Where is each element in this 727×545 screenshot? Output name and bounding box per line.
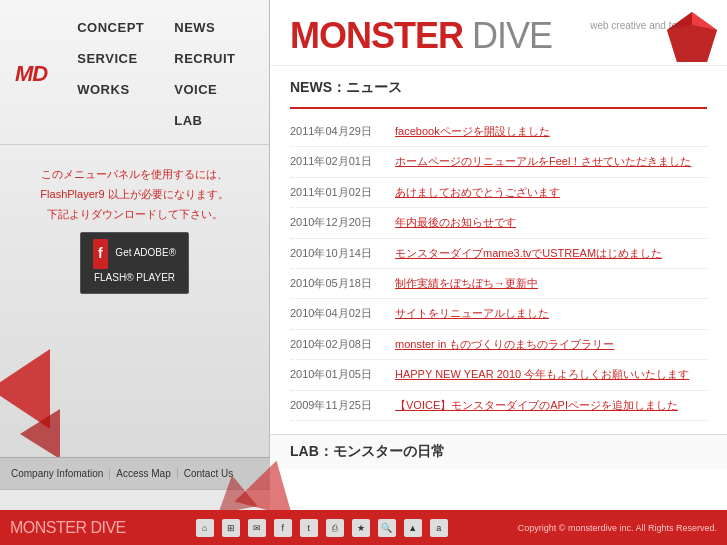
header-area: MONSTER DIVE web creative and techno... [270, 0, 727, 66]
news-item-0: 2011年04月29日 facebookページを開設しました [290, 117, 707, 147]
bottom-bar-logo: MONSTER DIVE [10, 519, 126, 537]
news-date-3: 2010年12月20日 [290, 215, 395, 230]
nav-voice[interactable]: VOICE [159, 74, 254, 105]
nav-concept[interactable]: CONCEPT [62, 12, 159, 43]
company-info-link[interactable]: Company Infomation [5, 468, 110, 479]
bottom-logo-monster: MONSTER [10, 519, 87, 536]
twitter-icon[interactable]: t [300, 519, 318, 537]
news-date-9: 2009年11月25日 [290, 398, 395, 413]
news-date-6: 2010年04月02日 [290, 306, 395, 321]
news-link-4[interactable]: モンスターダイブmame3.tvでUSTREAMはじめました [395, 246, 662, 261]
bookmark-icon[interactable]: ★ [352, 519, 370, 537]
news-item-7: 2010年02月08日 monster in ものづくりのまちのライブラリー [290, 330, 707, 360]
bottom-logo-dive: DIVE [87, 519, 126, 536]
news-item-5: 2010年05月18日 制作実績をぼちぼち→更新中 [290, 269, 707, 299]
logo-md: MD [15, 61, 47, 87]
news-item-1: 2011年02月01日 ホームページのリニューアルをFeel！させていただきまし… [290, 147, 707, 177]
search-icon[interactable]: 🔍 [378, 519, 396, 537]
main-decorative-triangle-2 [212, 472, 257, 513]
left-panel: MD CONCEPT NEWS SERVICE RECRUIT WORKS VO… [0, 0, 270, 490]
news-item-2: 2011年01月02日 あけましておめでとうございます [290, 178, 707, 208]
nav-lab[interactable]: LAB [159, 105, 254, 136]
main-content: MONSTER DIVE web creative and techno... … [270, 0, 727, 510]
news-item-9: 2009年11月25日 【VOICE】モンスターダイブのAPIページを追加しまし… [290, 391, 707, 421]
news-date-5: 2010年05月18日 [290, 276, 395, 291]
news-item-8: 2010年01月05日 HAPPY NEW YEAR 2010 今年もよろしくお… [290, 360, 707, 390]
flash-text-3: 下記よりダウンロードして下さい。 [15, 205, 254, 225]
news-link-9[interactable]: 【VOICE】モンスターダイブのAPIページを追加しました [395, 398, 678, 413]
flash-notice: このメニューパネルを使用するには、 FlashPlayer9 以上が必要になりま… [0, 145, 269, 314]
news-item-4: 2010年10月14日 モンスターダイブmame3.tvでUSTREAMはじめま… [290, 239, 707, 269]
nav-news[interactable]: NEWS [159, 12, 254, 43]
flash-text-2: FlashPlayer9 以上が必要になります。 [15, 185, 254, 205]
news-item-3: 2010年12月20日 年内最後のお知らせです [290, 208, 707, 238]
news-link-8[interactable]: HAPPY NEW YEAR 2010 今年もよろしくお願いいたします [395, 367, 689, 382]
news-date-4: 2010年10月14日 [290, 246, 395, 261]
news-link-3[interactable]: 年内最後のお知らせです [395, 215, 516, 230]
nav-service[interactable]: SERVICE [62, 43, 159, 74]
diamond-decoration [662, 10, 722, 65]
decorative-triangle-2 [20, 409, 60, 459]
news-link-2[interactable]: あけましておめでとうございます [395, 185, 560, 200]
mail-icon[interactable]: ✉ [248, 519, 266, 537]
logo-area: MD CONCEPT NEWS SERVICE RECRUIT WORKS VO… [0, 0, 269, 145]
grid-icon[interactable]: ⊞ [222, 519, 240, 537]
flash-text-1: このメニューパネルを使用するには、 [15, 165, 254, 185]
home-icon[interactable]: ⌂ [196, 519, 214, 537]
print-icon[interactable]: ⎙ [326, 519, 344, 537]
news-date-8: 2010年01月05日 [290, 367, 395, 382]
copyright: Copyright © monsterdive inc. All Rights … [518, 523, 717, 533]
news-link-6[interactable]: サイトをリニューアルしました [395, 306, 549, 321]
facebook-icon[interactable]: f [274, 519, 292, 537]
bottom-bar: MONSTER DIVE ⌂ ⊞ ✉ f t ⎙ ★ 🔍 ▲ a Copyrig… [0, 510, 727, 545]
news-link-0[interactable]: facebookページを開設しました [395, 124, 550, 139]
title-dive: DIVE [463, 15, 552, 56]
nav-recruit[interactable]: RECRUIT [159, 43, 254, 74]
news-link-1[interactable]: ホームページのリニューアルをFeel！させていただきました [395, 154, 691, 169]
nav-empty [62, 105, 159, 136]
news-link-7[interactable]: monster in ものづくりのまちのライブラリー [395, 337, 614, 352]
nav-grid: CONCEPT NEWS SERVICE RECRUIT WORKS VOICE… [62, 12, 254, 136]
news-date-7: 2010年02月08日 [290, 337, 395, 352]
news-date-1: 2011年02月01日 [290, 154, 395, 169]
lab-header: LAB：モンスターの日常 [290, 443, 707, 461]
lab-section: LAB：モンスターの日常 [270, 434, 727, 469]
title-monster: MONSTER [290, 15, 463, 56]
news-header: NEWS：ニュース [290, 74, 707, 109]
nav-works[interactable]: WORKS [62, 74, 159, 105]
svg-marker-3 [667, 25, 717, 62]
news-section: NEWS：ニュース 2011年04月29日 facebookページを開設しました… [270, 66, 727, 429]
news-item-6: 2010年04月02日 サイトをリニューアルしました [290, 299, 707, 329]
flash-icon: f [93, 239, 108, 268]
news-date-0: 2011年04月29日 [290, 124, 395, 139]
news-link-5[interactable]: 制作実績をぼちぼち→更新中 [395, 276, 538, 291]
up-icon[interactable]: ▲ [404, 519, 422, 537]
access-map-link[interactable]: Access Map [110, 468, 177, 479]
amazon-icon[interactable]: a [430, 519, 448, 537]
news-date-2: 2011年01月02日 [290, 185, 395, 200]
bottom-icons-area: ⌂ ⊞ ✉ f t ⎙ ★ 🔍 ▲ a [196, 519, 448, 537]
flash-download-button[interactable]: f Get ADOBE®FLASH® PLAYER [80, 232, 189, 293]
